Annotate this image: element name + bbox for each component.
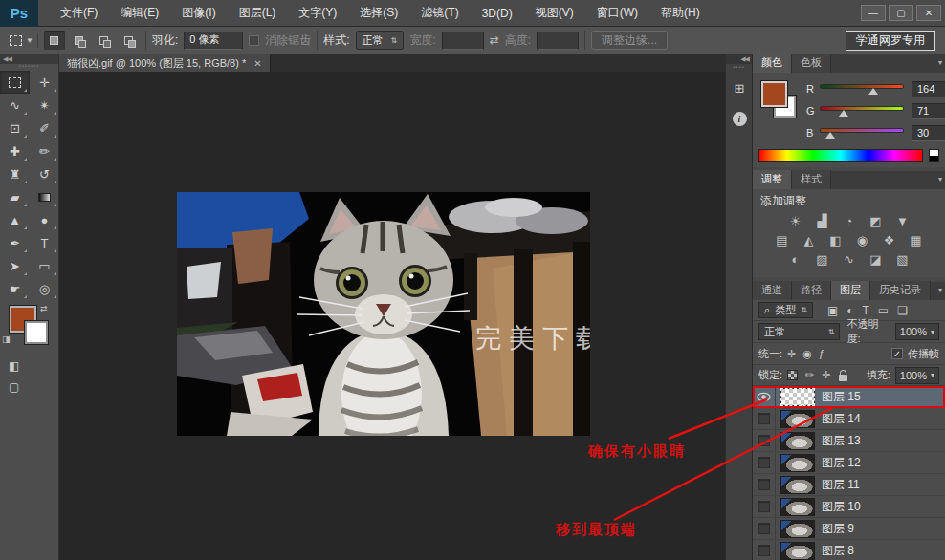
hue-saturation-icon[interactable]: ▤ <box>774 233 791 248</box>
layer-visibility-toggle[interactable] <box>753 518 776 539</box>
lasso-tool[interactable]: ∿ <box>0 94 30 117</box>
layers-group-tab-3[interactable]: 历史记录 <box>870 281 931 300</box>
spectrum-white-black[interactable] <box>929 149 939 162</box>
swap-colors-icon[interactable]: ⇄ <box>40 304 48 313</box>
menu-0[interactable]: 文件(F) <box>50 1 108 25</box>
adjustments-tab-1[interactable]: 样式 <box>792 170 831 189</box>
document-image[interactable]: 完美下载 <box>177 192 590 436</box>
filter-pixel-layers-icon[interactable]: ▣ <box>827 304 838 317</box>
channel-slider-track[interactable] <box>820 106 904 111</box>
lock-all-icon[interactable] <box>839 375 847 381</box>
clone-stamp-tool[interactable]: ♜ <box>0 162 30 185</box>
layer-row[interactable]: 图层 8 <box>753 540 945 560</box>
layers-group-tab-1[interactable]: 路径 <box>792 281 831 300</box>
menu-1[interactable]: 编辑(E) <box>110 1 169 25</box>
brand-watermark-button[interactable]: 学通网罗专用 <box>846 31 935 51</box>
lock-pixels-icon[interactable]: ✏ <box>805 369 814 381</box>
exposure-icon[interactable]: ◩ <box>868 214 885 228</box>
layer-row[interactable]: 图层 14 <box>753 408 945 430</box>
color-balance-icon[interactable]: ◭ <box>801 233 818 248</box>
healing-brush-tool[interactable]: ✚ <box>0 140 30 162</box>
quick-mask-button[interactable]: ◧ <box>9 359 19 373</box>
menu-5[interactable]: 选择(S) <box>349 1 408 25</box>
swap-dimensions-icon[interactable]: ⇄ <box>490 33 499 47</box>
layer-thumbnail[interactable] <box>780 520 815 538</box>
lock-transparency-icon[interactable] <box>787 370 798 380</box>
color-tab-0[interactable]: 颜色 <box>753 54 792 73</box>
invert-icon[interactable]: ◐ <box>787 252 804 267</box>
tool-preset-picker[interactable]: ▼ <box>6 33 38 48</box>
layers-group-tab-0[interactable]: 通道 <box>753 281 792 300</box>
antialias-checkbox[interactable] <box>249 35 259 46</box>
eraser-tool[interactable]: ▰ <box>0 185 30 208</box>
layer-visibility-toggle[interactable] <box>753 474 776 495</box>
layer-visibility-toggle[interactable] <box>753 430 776 451</box>
photo-filter-icon[interactable]: ◉ <box>854 233 871 248</box>
color-lookup-icon[interactable]: ▦ <box>908 233 925 248</box>
history-brush-tool[interactable]: ↺ <box>30 162 59 185</box>
unify-style-icon[interactable]: ƒ <box>819 348 824 360</box>
adjustments-tab-0[interactable]: 调整 <box>753 170 792 189</box>
crop-tool[interactable]: ⊡ <box>0 117 30 140</box>
layer-row[interactable]: 图层 10 <box>753 496 945 518</box>
layer-visibility-toggle[interactable] <box>753 540 776 560</box>
channel-slider-thumb[interactable] <box>868 88 878 95</box>
layer-row[interactable]: 图层 12 <box>753 452 945 474</box>
filter-type-layers-icon[interactable]: T <box>862 304 868 317</box>
magic-wand-tool[interactable]: ✴ <box>30 94 59 117</box>
feather-input[interactable]: 0 像素 <box>184 32 243 50</box>
menu-2[interactable]: 图像(I) <box>171 1 226 25</box>
intersect-selection-button[interactable] <box>119 31 140 50</box>
menu-7[interactable]: 3D(D) <box>472 3 523 24</box>
layer-thumbnail[interactable] <box>780 454 815 472</box>
document-tab[interactable]: 猫很凶.gif @ 100% (图层 15, RGB/8) * ✕ <box>59 54 271 72</box>
filter-shape-layers-icon[interactable]: ▭ <box>878 304 889 317</box>
move-tool[interactable]: ✛ <box>30 71 59 94</box>
lock-position-icon[interactable]: ✛ <box>822 369 830 381</box>
timeline-panel-icon[interactable]: ⊞ <box>726 75 753 100</box>
brightness-contrast-icon[interactable]: ☀ <box>787 214 804 228</box>
selective-color-icon[interactable]: ◪ <box>868 252 885 267</box>
posterize-icon[interactable]: ▨ <box>814 252 831 267</box>
layer-row[interactable]: 图层 13 <box>753 430 945 452</box>
panel-menu-icon[interactable]: ▾ <box>938 286 942 294</box>
layer-thumbnail[interactable] <box>780 410 815 428</box>
screen-mode-button[interactable]: ▢ <box>9 380 19 394</box>
refine-edge-button[interactable]: 调整边缘... <box>591 31 668 50</box>
pen-tool[interactable]: ✒ <box>0 231 30 254</box>
channel-value-input[interactable]: 164 <box>912 81 945 97</box>
background-color-swatch[interactable] <box>25 321 48 344</box>
black-white-icon[interactable]: ◧ <box>827 233 845 248</box>
eyedropper-tool[interactable]: ✐ <box>30 117 59 140</box>
panel-grip[interactable]: ▪▪▪▪▪▪▪ <box>0 64 58 71</box>
blur-tool[interactable]: ▲ <box>0 208 30 231</box>
channel-value-input[interactable]: 30 <box>912 125 945 141</box>
filter-smart-objects-icon[interactable]: ❏ <box>897 304 908 317</box>
unify-position-icon[interactable]: ✛ <box>787 348 796 360</box>
color-spectrum-ramp[interactable] <box>758 149 923 162</box>
unify-visibility-icon[interactable]: ◉ <box>802 348 812 360</box>
layer-visibility-toggle[interactable] <box>753 452 776 473</box>
opacity-input[interactable]: 100%▾ <box>895 323 939 340</box>
hand-tool[interactable]: ☛ <box>0 277 30 300</box>
layer-thumbnail[interactable] <box>780 388 815 406</box>
filter-adjustment-layers-icon[interactable]: ◐ <box>846 304 853 317</box>
layer-visibility-toggle[interactable] <box>753 386 776 407</box>
maximize-button[interactable]: ▢ <box>889 5 913 21</box>
info-panel-icon[interactable]: i <box>726 106 753 131</box>
brush-tool[interactable]: ✏ <box>30 140 59 162</box>
shape-tool[interactable]: ▭ <box>30 254 59 277</box>
threshold-icon[interactable]: ∿ <box>841 252 858 267</box>
panel-menu-icon[interactable]: ▾ <box>938 175 942 183</box>
menu-6[interactable]: 滤镜(T) <box>410 1 469 25</box>
close-button[interactable]: ✕ <box>916 5 941 21</box>
menu-9[interactable]: 窗口(W) <box>586 1 648 25</box>
layer-row[interactable]: 图层 9 <box>753 518 945 540</box>
path-selection-tool[interactable]: ➤ <box>0 254 30 277</box>
layer-filter-type-select[interactable]: ⌕ 类型 ⇅ <box>758 302 813 318</box>
gradient-tool[interactable] <box>30 185 59 208</box>
panel-menu-icon[interactable]: ▾ <box>938 58 942 67</box>
panel-grip[interactable]: ▪▪▪▪ <box>726 64 752 70</box>
close-tab-icon[interactable]: ✕ <box>253 58 261 69</box>
minimize-button[interactable]: — <box>861 5 886 21</box>
